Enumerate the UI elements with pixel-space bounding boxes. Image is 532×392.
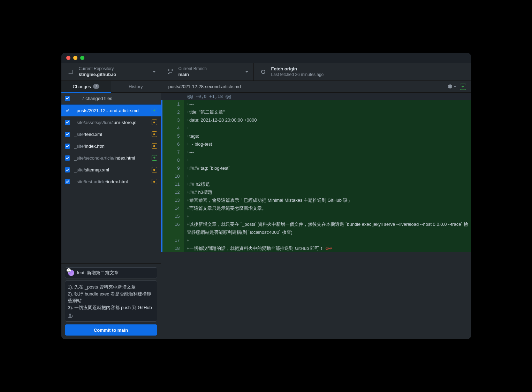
diff-line[interactable]: 9+#### tag: `blog-test` (161, 164, 471, 172)
diff-line[interactable]: 11+## h2標題 (161, 180, 471, 188)
tab-history-label: History (129, 84, 143, 89)
file-path: _posts/2021-12…ond-article.md (74, 108, 150, 113)
commit-description-input[interactable]: 1). 先在 _posts 資料夾中新增文章 2). 執行 bundle exe… (65, 280, 157, 322)
file-row[interactable]: _site/test-article/index.html (61, 176, 161, 187)
line-number: 7 (162, 148, 184, 156)
file-path: _site/sitemap.xml (74, 167, 150, 172)
line-content: +## h2標題 (184, 180, 471, 188)
line-content: +date: 2021-12-28 20:00:00 +0800 (184, 116, 471, 124)
line-content: +恭喜恭喜，會發這篇表示「已經成功把 Minimal Mistakes 主題推送… (184, 196, 471, 204)
file-checkbox[interactable] (65, 144, 70, 149)
add-coauthor-icon[interactable] (68, 313, 154, 318)
file-checkbox[interactable] (65, 167, 70, 172)
diff-line[interactable]: 2+title: "第二篇文章" (161, 108, 471, 116)
commit-summary-input[interactable] (77, 270, 154, 276)
line-number: 1 (162, 100, 184, 108)
commit-button[interactable]: Commit to main (65, 324, 157, 336)
line-content: +title: "第二篇文章" (184, 108, 471, 116)
line-number: 14 (162, 204, 184, 212)
line-content: +--- (184, 100, 471, 108)
modified-icon (152, 131, 157, 137)
line-content: + (184, 172, 471, 180)
file-row[interactable]: _site/second-article/index.html (61, 152, 161, 164)
diff-line[interactable]: 12+### h3標題 (161, 188, 471, 196)
file-checkbox[interactable] (65, 179, 70, 184)
file-path: _site/feed.xml (74, 132, 150, 137)
branch-icon (167, 69, 174, 75)
diff-line[interactable]: 3+date: 2021-12-28 20:00:00 +0800 (161, 116, 471, 124)
window-close-button[interactable] (66, 56, 70, 60)
file-row[interactable]: _site/index.html (61, 140, 161, 152)
modified-icon (152, 179, 157, 184)
titlebar (61, 53, 471, 63)
sync-icon (260, 69, 266, 75)
window-minimize-button[interactable] (73, 56, 77, 60)
diff-line[interactable]: 18+一切都沒問題的話，就把資料夾中的變動全部推送到 GitHub 即可！⊘↵ (161, 244, 471, 252)
line-number: 16 (162, 220, 184, 236)
file-checkbox[interactable] (65, 155, 70, 161)
repo-label: Current Repository (79, 66, 116, 71)
file-checkbox[interactable] (65, 120, 70, 125)
diff-file-header: _posts/2021-12-28-second-article.md + (161, 81, 471, 93)
file-path: _site/index.html (74, 144, 150, 149)
modified-icon (152, 143, 157, 149)
branch-label: Current Branch (178, 66, 207, 71)
warning-icon: △ (67, 268, 71, 272)
diff-settings-button[interactable] (447, 84, 456, 90)
line-number: 12 (162, 188, 184, 196)
laptop-icon (68, 69, 74, 75)
file-row[interactable]: _posts/2021-12…ond-article.md (61, 105, 161, 116)
file-row[interactable]: _site/assets/js/lunr/lunr-store.js (61, 116, 161, 128)
line-content: + (184, 236, 471, 244)
diff-line[interactable]: 1+--- (161, 100, 471, 108)
file-checkbox[interactable] (65, 132, 70, 137)
sidebar-tabs: Changes 7 History (61, 81, 161, 93)
line-number: 11 (162, 180, 184, 188)
line-content: + - blog-test (184, 140, 471, 148)
diff-line[interactable]: 14+而這篇文章只是示範要怎麼新增文章。 (161, 204, 471, 212)
tab-changes[interactable]: Changes 7 (61, 81, 111, 93)
fetch-button[interactable]: Fetch origin Last fetched 26 minutes ago (254, 63, 347, 80)
diff-content[interactable]: @@ -0,0 +1,18 @@ 1+---2+title: "第二篇文章"3+… (161, 93, 471, 339)
select-all-checkbox[interactable] (65, 96, 70, 101)
line-number: 8 (162, 156, 184, 164)
file-row[interactable]: _site/sitemap.xml (61, 164, 161, 176)
line-number: 2 (162, 108, 184, 116)
chevron-down-icon (245, 70, 249, 74)
toolbar: Current Repository ktinglee.github.io Cu… (61, 63, 471, 81)
changed-files-label: 7 changed files (82, 96, 112, 101)
window-maximize-button[interactable] (80, 56, 84, 60)
file-path: _site/second-article/index.html (74, 155, 150, 161)
hunk-header: @@ -0,0 +1,18 @@ (161, 93, 471, 100)
line-number: 5 (162, 132, 184, 140)
diff-line[interactable]: 6+ - blog-test (161, 140, 471, 148)
repository-selector[interactable]: Current Repository ktinglee.github.io (61, 63, 161, 80)
line-content: +tags: (184, 132, 471, 140)
diff-line[interactable]: 10+ (161, 172, 471, 180)
diff-line[interactable]: 16+以後新增文章，就只要在 `_posts` 資料夾中新增一個文件，然後先在本… (161, 220, 471, 236)
diff-line[interactable]: 5+tags: (161, 132, 471, 140)
diff-line[interactable]: 8+ (161, 156, 471, 164)
modified-icon (152, 167, 157, 172)
fetch-sub: Last fetched 26 minutes ago (271, 72, 324, 77)
changed-files-header: 7 changed files (61, 93, 161, 105)
file-path: _site/assets/js/lunr/lunr-store.js (74, 120, 150, 125)
branch-selector[interactable]: Current Branch main (161, 63, 254, 80)
line-number: 15 (162, 212, 184, 220)
line-number: 6 (162, 140, 184, 148)
diff-panel: _posts/2021-12-28-second-article.md + @@… (161, 81, 471, 339)
diff-line[interactable]: 13+恭喜恭喜，會發這篇表示「已經成功把 Minimal Mistakes 主題… (161, 196, 471, 204)
line-content: +--- (184, 148, 471, 156)
tab-history[interactable]: History (111, 81, 161, 93)
diff-line[interactable]: 4+ (161, 124, 471, 132)
expand-diff-button[interactable]: + (460, 84, 466, 90)
line-number: 18 (162, 244, 184, 252)
line-content: + (184, 124, 471, 132)
file-checkbox[interactable] (65, 108, 70, 113)
diff-line[interactable]: 15+ (161, 212, 471, 220)
diff-line[interactable]: 7+--- (161, 148, 471, 156)
line-number: 3 (162, 116, 184, 124)
file-row[interactable]: _site/feed.xml (61, 128, 161, 140)
diff-line[interactable]: 17+ (161, 236, 471, 244)
line-content: + (184, 212, 471, 220)
